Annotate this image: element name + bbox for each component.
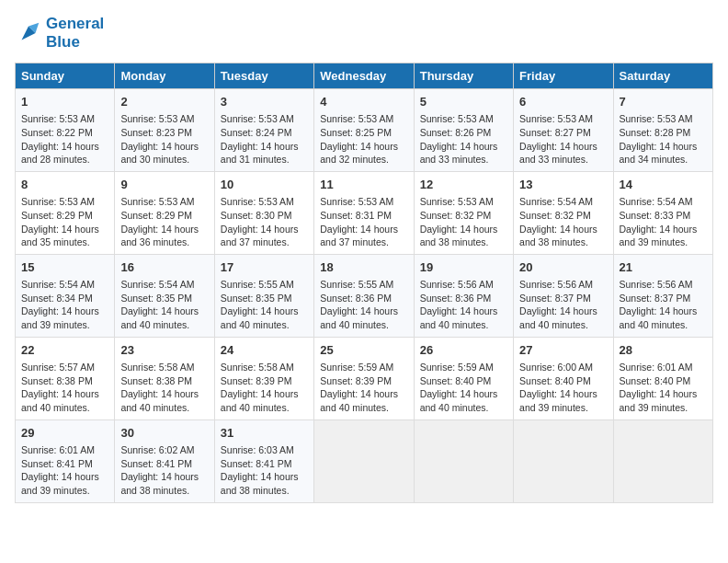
day-info: Sunrise: 5:54 AM Sunset: 8:32 PM Dayligh… xyxy=(519,195,607,249)
day-number: 8 xyxy=(21,177,108,193)
day-info: Sunrise: 5:53 AM Sunset: 8:29 PM Dayligh… xyxy=(21,195,108,249)
calendar-week-4: 22Sunrise: 5:57 AM Sunset: 8:38 PM Dayli… xyxy=(16,337,713,419)
day-info: Sunrise: 5:54 AM Sunset: 8:35 PM Dayligh… xyxy=(120,278,208,332)
day-info: Sunrise: 5:53 AM Sunset: 8:29 PM Dayligh… xyxy=(120,195,208,249)
header-wednesday: Wednesday xyxy=(314,63,414,89)
day-number: 15 xyxy=(21,259,108,276)
day-info: Sunrise: 5:59 AM Sunset: 8:40 PM Dayligh… xyxy=(420,361,507,415)
logo-text: General Blue xyxy=(46,15,104,52)
day-info: Sunrise: 5:53 AM Sunset: 8:30 PM Dayligh… xyxy=(221,195,308,249)
calendar-cell xyxy=(613,419,712,502)
day-info: Sunrise: 5:53 AM Sunset: 8:27 PM Dayligh… xyxy=(519,112,607,167)
day-number: 18 xyxy=(320,259,407,276)
calendar-cell xyxy=(514,419,613,502)
day-info: Sunrise: 5:58 AM Sunset: 8:38 PM Dayligh… xyxy=(120,361,208,415)
day-number: 10 xyxy=(221,177,308,193)
day-info: Sunrise: 6:01 AM Sunset: 8:41 PM Dayligh… xyxy=(21,443,108,498)
calendar-cell: 14Sunrise: 5:54 AM Sunset: 8:33 PM Dayli… xyxy=(613,171,712,254)
day-number: 30 xyxy=(120,425,208,442)
calendar-cell: 25Sunrise: 5:59 AM Sunset: 8:39 PM Dayli… xyxy=(314,337,414,419)
calendar-cell: 12Sunrise: 5:53 AM Sunset: 8:32 PM Dayli… xyxy=(414,171,513,254)
day-number: 26 xyxy=(420,342,507,359)
calendar-cell: 6Sunrise: 5:53 AM Sunset: 8:27 PM Daylig… xyxy=(514,89,613,172)
day-number: 23 xyxy=(120,342,208,359)
day-info: Sunrise: 5:55 AM Sunset: 8:35 PM Dayligh… xyxy=(221,278,308,332)
calendar-cell: 5Sunrise: 5:53 AM Sunset: 8:26 PM Daylig… xyxy=(414,89,513,172)
calendar-cell: 27Sunrise: 6:00 AM Sunset: 8:40 PM Dayli… xyxy=(514,337,613,419)
day-number: 1 xyxy=(21,94,108,110)
day-number: 16 xyxy=(120,259,208,276)
day-info: Sunrise: 6:00 AM Sunset: 8:40 PM Dayligh… xyxy=(519,361,607,415)
calendar-week-3: 15Sunrise: 5:54 AM Sunset: 8:34 PM Dayli… xyxy=(16,254,713,337)
calendar-cell: 22Sunrise: 5:57 AM Sunset: 8:38 PM Dayli… xyxy=(16,337,115,419)
logo-icon xyxy=(15,19,42,47)
day-number: 22 xyxy=(21,342,108,359)
calendar-cell: 10Sunrise: 5:53 AM Sunset: 8:30 PM Dayli… xyxy=(214,171,313,254)
day-info: Sunrise: 5:56 AM Sunset: 8:36 PM Dayligh… xyxy=(420,278,507,332)
day-number: 13 xyxy=(519,177,607,193)
calendar-cell: 15Sunrise: 5:54 AM Sunset: 8:34 PM Dayli… xyxy=(16,254,115,337)
day-info: Sunrise: 5:53 AM Sunset: 8:22 PM Dayligh… xyxy=(21,112,108,167)
calendar-cell: 7Sunrise: 5:53 AM Sunset: 8:28 PM Daylig… xyxy=(613,89,712,172)
calendar-week-5: 29Sunrise: 6:01 AM Sunset: 8:41 PM Dayli… xyxy=(16,419,713,502)
header-friday: Friday xyxy=(514,63,613,89)
calendar-header: SundayMondayTuesdayWednesdayThursdayFrid… xyxy=(16,63,713,89)
calendar-cell: 28Sunrise: 6:01 AM Sunset: 8:40 PM Dayli… xyxy=(613,337,712,419)
day-info: Sunrise: 6:03 AM Sunset: 8:41 PM Dayligh… xyxy=(221,443,308,498)
day-number: 27 xyxy=(519,342,607,359)
calendar-cell: 4Sunrise: 5:53 AM Sunset: 8:25 PM Daylig… xyxy=(314,89,414,172)
day-info: Sunrise: 5:53 AM Sunset: 8:28 PM Dayligh… xyxy=(620,112,707,167)
day-info: Sunrise: 5:56 AM Sunset: 8:37 PM Dayligh… xyxy=(620,278,707,332)
calendar-cell: 19Sunrise: 5:56 AM Sunset: 8:36 PM Dayli… xyxy=(414,254,513,337)
calendar-week-2: 8Sunrise: 5:53 AM Sunset: 8:29 PM Daylig… xyxy=(16,171,713,254)
day-info: Sunrise: 6:01 AM Sunset: 8:40 PM Dayligh… xyxy=(620,361,707,415)
calendar-cell: 8Sunrise: 5:53 AM Sunset: 8:29 PM Daylig… xyxy=(16,171,115,254)
day-info: Sunrise: 6:02 AM Sunset: 8:41 PM Dayligh… xyxy=(120,443,208,498)
day-number: 12 xyxy=(420,177,507,193)
day-info: Sunrise: 5:53 AM Sunset: 8:24 PM Dayligh… xyxy=(221,112,308,167)
calendar-cell: 3Sunrise: 5:53 AM Sunset: 8:24 PM Daylig… xyxy=(214,89,313,172)
day-info: Sunrise: 5:53 AM Sunset: 8:26 PM Dayligh… xyxy=(420,112,507,167)
calendar-cell: 21Sunrise: 5:56 AM Sunset: 8:37 PM Dayli… xyxy=(613,254,712,337)
calendar-cell: 9Sunrise: 5:53 AM Sunset: 8:29 PM Daylig… xyxy=(115,171,214,254)
calendar-cell: 30Sunrise: 6:02 AM Sunset: 8:41 PM Dayli… xyxy=(115,419,214,502)
day-number: 11 xyxy=(320,177,407,193)
day-number: 21 xyxy=(620,259,707,276)
calendar-cell xyxy=(314,419,414,502)
day-number: 9 xyxy=(120,177,208,193)
calendar-week-1: 1Sunrise: 5:53 AM Sunset: 8:22 PM Daylig… xyxy=(16,89,713,172)
day-number: 2 xyxy=(120,94,208,110)
calendar-cell: 16Sunrise: 5:54 AM Sunset: 8:35 PM Dayli… xyxy=(115,254,214,337)
day-info: Sunrise: 5:53 AM Sunset: 8:32 PM Dayligh… xyxy=(420,195,507,249)
header-thursday: Thursday xyxy=(414,63,513,89)
day-number: 28 xyxy=(620,342,707,359)
header-saturday: Saturday xyxy=(613,63,712,89)
day-number: 29 xyxy=(21,425,108,442)
day-number: 25 xyxy=(320,342,407,359)
calendar-cell: 13Sunrise: 5:54 AM Sunset: 8:32 PM Dayli… xyxy=(514,171,613,254)
calendar-cell: 18Sunrise: 5:55 AM Sunset: 8:36 PM Dayli… xyxy=(314,254,414,337)
day-info: Sunrise: 5:59 AM Sunset: 8:39 PM Dayligh… xyxy=(320,361,407,415)
header-monday: Monday xyxy=(115,63,214,89)
day-info: Sunrise: 5:57 AM Sunset: 8:38 PM Dayligh… xyxy=(21,361,108,415)
header-sunday: Sunday xyxy=(16,63,115,89)
day-info: Sunrise: 5:53 AM Sunset: 8:25 PM Dayligh… xyxy=(320,112,407,167)
calendar-cell: 24Sunrise: 5:58 AM Sunset: 8:39 PM Dayli… xyxy=(214,337,313,419)
day-info: Sunrise: 5:56 AM Sunset: 8:37 PM Dayligh… xyxy=(519,278,607,332)
day-info: Sunrise: 5:53 AM Sunset: 8:31 PM Dayligh… xyxy=(320,195,407,249)
day-info: Sunrise: 5:58 AM Sunset: 8:39 PM Dayligh… xyxy=(221,361,308,415)
calendar-cell: 29Sunrise: 6:01 AM Sunset: 8:41 PM Dayli… xyxy=(16,419,115,502)
calendar-cell: 31Sunrise: 6:03 AM Sunset: 8:41 PM Dayli… xyxy=(214,419,313,502)
day-number: 7 xyxy=(620,94,707,110)
calendar-cell: 2Sunrise: 5:53 AM Sunset: 8:23 PM Daylig… xyxy=(115,89,214,172)
calendar-cell xyxy=(414,419,513,502)
logo: General Blue xyxy=(15,15,104,52)
day-number: 3 xyxy=(221,94,308,110)
calendar-table: SundayMondayTuesdayWednesdayThursdayFrid… xyxy=(15,63,713,503)
day-number: 24 xyxy=(221,342,308,359)
day-number: 31 xyxy=(221,425,308,442)
day-number: 5 xyxy=(420,94,507,110)
calendar-cell: 1Sunrise: 5:53 AM Sunset: 8:22 PM Daylig… xyxy=(16,89,115,172)
day-number: 14 xyxy=(620,177,707,193)
calendar-cell: 20Sunrise: 5:56 AM Sunset: 8:37 PM Dayli… xyxy=(514,254,613,337)
